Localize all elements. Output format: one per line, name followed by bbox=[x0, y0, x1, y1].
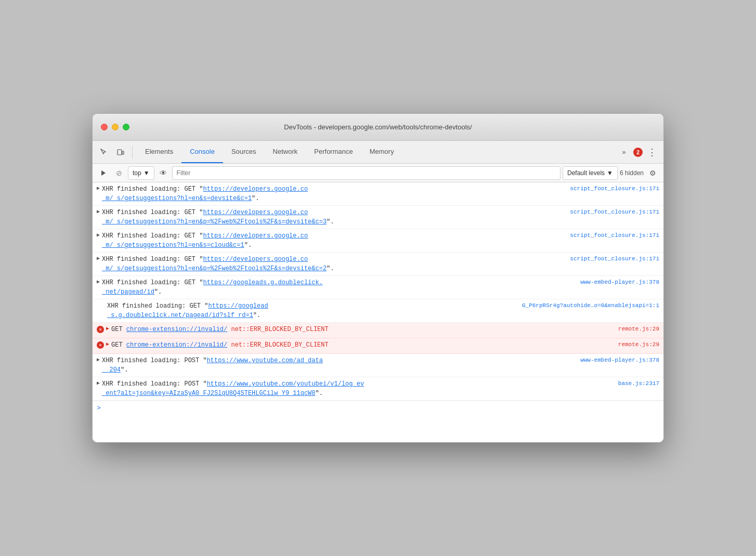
title-bar: DevTools - developers.google.com/web/too… bbox=[93, 114, 663, 141]
tab-memory[interactable]: Memory bbox=[361, 141, 402, 163]
expand-icon[interactable]: ▶ bbox=[97, 279, 100, 285]
error-icon: ✕ bbox=[97, 326, 104, 333]
tab-elements[interactable]: Elements bbox=[137, 141, 181, 163]
log-entry: ▶ XHR finished loading: POST "https://ww… bbox=[93, 377, 663, 401]
log-entry: ▶ XHR finished loading: GET "https://dev… bbox=[93, 229, 663, 253]
expand-icon[interactable]: ▶ bbox=[106, 341, 109, 347]
log-source[interactable]: remote.js:29 bbox=[618, 326, 659, 332]
log-message: XHR finished loading: GET "https://devel… bbox=[102, 184, 566, 203]
console-toolbar: ⊘ top ▼ 👁 Default levels ▼ 6 hidden ⚙ bbox=[93, 164, 663, 182]
expand-icon[interactable]: ▶ bbox=[97, 380, 100, 386]
hidden-count: 6 hidden bbox=[620, 169, 644, 177]
error-badge: 2 bbox=[633, 148, 643, 157]
svg-rect-0 bbox=[118, 150, 122, 155]
log-entry: ▶ XHR finished loading: GET "https://dev… bbox=[93, 182, 663, 206]
log-source[interactable]: script_foot_closure.js:171 bbox=[570, 186, 659, 192]
log-levels-select[interactable]: Default levels ▼ bbox=[563, 166, 618, 180]
log-entry: XHR finished loading: GET "https://googl… bbox=[93, 299, 663, 323]
log-source[interactable]: script_foot_closure.js:171 bbox=[570, 232, 659, 239]
log-entry: ▶ XHR finished loading: GET "https://dev… bbox=[93, 206, 663, 229]
log-source[interactable]: script_foot_closure.js:171 bbox=[570, 209, 659, 215]
prompt-indicator[interactable]: > bbox=[97, 404, 101, 412]
log-entry-error: ✕ ▶ GET chrome-extension://invalid/ net:… bbox=[93, 323, 663, 338]
device-toolbar-button[interactable] bbox=[113, 145, 128, 160]
main-toolbar: Elements Console Sources Network Perform… bbox=[93, 141, 663, 164]
filter-by-eye-button[interactable]: 👁 bbox=[157, 166, 170, 180]
log-message: XHR finished loading: GET "https://devel… bbox=[102, 208, 566, 227]
log-message: GET chrome-extension://invalid/ net::ERR… bbox=[111, 340, 614, 350]
clear-console-button[interactable]: ⊘ bbox=[112, 166, 126, 180]
log-entry-error: ✕ ▶ GET chrome-extension://invalid/ net:… bbox=[93, 338, 663, 354]
log-source[interactable]: script_foot_closure.js:171 bbox=[570, 256, 659, 262]
log-message: XHR finished loading: GET "https://googl… bbox=[102, 278, 576, 297]
log-message: XHR finished loading: GET "https://googl… bbox=[107, 301, 518, 320]
tab-sources[interactable]: Sources bbox=[223, 141, 265, 163]
log-message: XHR finished loading: GET "https://devel… bbox=[102, 231, 566, 250]
log-source[interactable]: G_P6rpRSr4g?autohide…o=0&enablejsapi=1:1 bbox=[522, 302, 659, 309]
execution-context-select[interactable]: top ▼ bbox=[128, 166, 154, 180]
tab-console[interactable]: Console bbox=[181, 141, 223, 163]
log-source[interactable]: www-embed-player.js:378 bbox=[580, 279, 659, 285]
log-entry: ▶ XHR finished loading: GET "https://goo… bbox=[93, 276, 663, 299]
run-script-button[interactable] bbox=[97, 166, 110, 180]
filter-input[interactable] bbox=[172, 166, 561, 180]
log-source[interactable]: base.js:2317 bbox=[618, 380, 659, 387]
log-message: XHR finished loading: POST "https://www.… bbox=[102, 379, 614, 398]
log-message: XHR finished loading: GET "https://devel… bbox=[102, 255, 566, 273]
traffic-lights bbox=[101, 124, 129, 130]
expand-icon[interactable]: ▶ bbox=[97, 255, 100, 261]
tab-performance[interactable]: Performance bbox=[306, 141, 361, 163]
error-icon: ✕ bbox=[97, 341, 104, 349]
expand-icon[interactable]: ▶ bbox=[97, 232, 100, 238]
customize-devtools-button[interactable]: ⋮ bbox=[645, 145, 659, 160]
log-entry: ▶ XHR finished loading: POST "https://ww… bbox=[93, 354, 663, 377]
expand-icon[interactable]: ▶ bbox=[106, 325, 109, 332]
tab-bar: Elements Console Sources Network Perform… bbox=[137, 141, 402, 163]
console-output: ▶ XHR finished loading: GET "https://dev… bbox=[93, 182, 663, 442]
svg-rect-1 bbox=[122, 151, 124, 154]
log-message: XHR finished loading: POST "https://www.… bbox=[102, 356, 576, 375]
inspector-tool-button[interactable] bbox=[97, 145, 111, 160]
expand-icon[interactable]: ▶ bbox=[97, 185, 100, 191]
console-prompt: > bbox=[93, 401, 663, 415]
svg-marker-2 bbox=[101, 170, 106, 176]
more-tabs-button[interactable]: » bbox=[617, 145, 631, 160]
toolbar-right: » 2 ⋮ bbox=[617, 145, 659, 160]
tab-network[interactable]: Network bbox=[265, 141, 306, 163]
toolbar-separator bbox=[132, 146, 133, 158]
console-settings-button[interactable]: ⚙ bbox=[646, 166, 659, 180]
maximize-button[interactable] bbox=[123, 124, 129, 130]
log-message: GET chrome-extension://invalid/ net::ERR… bbox=[111, 325, 614, 334]
devtools-window: DevTools - developers.google.com/web/too… bbox=[92, 113, 664, 443]
close-button[interactable] bbox=[101, 124, 108, 130]
log-entry: ▶ XHR finished loading: GET "https://dev… bbox=[93, 253, 663, 276]
window-title: DevTools - developers.google.com/web/too… bbox=[284, 123, 472, 131]
minimize-button[interactable] bbox=[112, 124, 119, 130]
expand-icon[interactable]: ▶ bbox=[97, 208, 100, 215]
expand-icon[interactable]: ▶ bbox=[97, 356, 100, 363]
log-source[interactable]: www-embed-player.js:378 bbox=[580, 357, 659, 363]
log-source[interactable]: remote.js:29 bbox=[618, 341, 659, 348]
